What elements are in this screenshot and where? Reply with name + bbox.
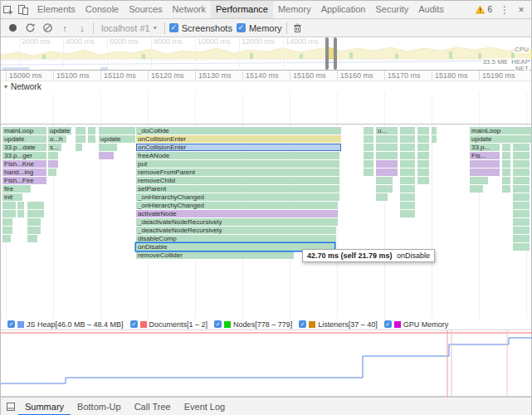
clear-button[interactable]: [41, 22, 54, 35]
flame-block-removeCollider[interactable]: removeCollider: [136, 251, 294, 259]
flame-block[interactable]: [513, 185, 530, 193]
flame-chart[interactable]: mainLoopupdate33.p...date33.p...gerFish.…: [1, 124, 531, 319]
flame-block[interactable]: [48, 168, 56, 176]
drawer-tab-call-tree[interactable]: Call Tree: [128, 398, 178, 415]
flame-block[interactable]: [99, 144, 117, 151]
save-profile-button[interactable]: ↓: [76, 22, 89, 35]
flame-block-o...h[interactable]: o...h: [48, 135, 66, 143]
flame-block[interactable]: [27, 218, 41, 226]
flame-block-update[interactable]: update: [99, 135, 135, 143]
flame-block-Fish...Fire[interactable]: Fish...Fire: [2, 177, 46, 184]
timeline-overview[interactable]: 2000 ms4000 ms6000 ms8000 ms10000 ms1200…: [1, 37, 531, 71]
flame-block-33.p...date[interactable]: 33.p...date: [2, 144, 46, 151]
tab-elements[interactable]: Elements: [32, 1, 81, 18]
memory-checkbox[interactable]: Memory: [237, 23, 282, 33]
tab-network[interactable]: Network: [168, 1, 211, 18]
tab-performance[interactable]: Performance: [211, 1, 273, 18]
flame-block[interactable]: [400, 144, 415, 151]
counter-item[interactable]: Listeners[37 – 40]: [299, 320, 378, 329]
flame-block[interactable]: [76, 135, 85, 143]
tab-application[interactable]: Application: [316, 1, 371, 18]
flame-block[interactable]: [417, 152, 429, 159]
network-section-header[interactable]: ▾ Network: [1, 81, 531, 92]
flame-block-setParent[interactable]: setParent: [136, 185, 339, 193]
flame-block[interactable]: [400, 168, 415, 176]
flame-block[interactable]: [376, 135, 398, 143]
flame-block[interactable]: [400, 135, 415, 143]
flame-block[interactable]: [513, 177, 530, 184]
flame-block-_doCollide[interactable]: _doCollide: [136, 127, 341, 134]
flame-block-onCollisionEnter[interactable]: onCollisionEnter: [136, 135, 341, 143]
flame-block-_onHierarchyChanged[interactable]: _onHierarchyChanged: [136, 202, 338, 209]
flame-block[interactable]: [432, 135, 437, 143]
flame-block[interactable]: [502, 144, 510, 151]
load-profile-button[interactable]: ↑: [58, 22, 71, 35]
flame-block[interactable]: [2, 227, 12, 234]
flame-block[interactable]: [17, 202, 24, 209]
flame-block[interactable]: [417, 144, 429, 151]
flame-block[interactable]: [513, 160, 530, 168]
tab-audits[interactable]: Audits: [413, 1, 449, 18]
selection-handle-right[interactable]: [334, 37, 337, 70]
flame-block[interactable]: [417, 127, 429, 134]
flame-block-init[interactable]: init: [2, 193, 22, 201]
flame-block[interactable]: [513, 243, 530, 251]
screenshots-checkbox[interactable]: Screenshots: [169, 23, 232, 33]
counter-item[interactable]: JS Heap[46.0 MB – 48.4 MB]: [7, 320, 124, 329]
warnings-badge[interactable]: 6: [472, 5, 495, 14]
flame-block[interactable]: [400, 152, 415, 159]
flame-block[interactable]: [17, 210, 24, 217]
flame-block[interactable]: [376, 152, 398, 159]
flame-block[interactable]: [27, 227, 41, 234]
memory-counters-chart[interactable]: [1, 330, 531, 397]
flame-block[interactable]: [376, 193, 388, 201]
flame-block[interactable]: [513, 144, 530, 151]
flame-block[interactable]: [364, 127, 373, 134]
flame-block[interactable]: [502, 152, 510, 159]
tab-security[interactable]: Security: [370, 1, 413, 18]
flame-block[interactable]: [513, 227, 530, 234]
flame-block-activateNode[interactable]: activateNode: [136, 210, 338, 217]
flame-block[interactable]: [417, 177, 429, 184]
flame-block[interactable]: [417, 168, 429, 176]
counter-item[interactable]: Documents[1 – 2]: [130, 320, 208, 329]
flame-block[interactable]: [2, 202, 16, 209]
counter-checkbox[interactable]: [299, 320, 306, 328]
flame-block[interactable]: [400, 202, 415, 209]
flame-block-update[interactable]: update: [48, 127, 71, 134]
flame-block-update[interactable]: update: [470, 135, 531, 143]
flame-block-update[interactable]: update: [2, 135, 46, 143]
flame-block[interactable]: [470, 160, 500, 168]
flame-block-freeANode[interactable]: freeANode: [136, 152, 339, 159]
collect-garbage-button[interactable]: [291, 22, 305, 35]
device-toolbar-button[interactable]: [16, 2, 31, 17]
close-button[interactable]: ×: [514, 2, 529, 17]
flame-block-33.p...[interactable]: 33.p...: [470, 144, 500, 151]
flame-block[interactable]: [48, 152, 58, 159]
counter-item[interactable]: GPU Memory: [384, 320, 449, 329]
flame-block[interactable]: [400, 177, 415, 184]
flame-block[interactable]: [364, 160, 373, 168]
flame-block-removeFromParent[interactable]: removeFromParent: [136, 168, 339, 176]
flame-block-_deactivateNodeRecursively[interactable]: _deactivateNodeRecursively: [136, 218, 338, 226]
flame-block[interactable]: [417, 160, 429, 168]
flame-block[interactable]: [376, 177, 393, 184]
flame-block[interactable]: [513, 235, 530, 242]
flame-block-onCollisionEnter[interactable]: onCollisionEnter: [136, 144, 341, 151]
flame-block[interactable]: [470, 168, 500, 176]
flame-block-disableComp[interactable]: disableComp: [136, 235, 336, 242]
flame-block[interactable]: [513, 193, 530, 201]
flame-block[interactable]: [513, 218, 530, 226]
profile-select[interactable]: localhost #1 ▾: [98, 22, 160, 34]
flame-block-Fis...[interactable]: Fis...: [470, 152, 500, 159]
flame-block[interactable]: [502, 168, 510, 176]
tab-memory[interactable]: Memory: [273, 1, 316, 18]
counter-item[interactable]: Nodes[778 – 779]: [214, 320, 292, 329]
flame-block[interactable]: [99, 152, 114, 159]
flame-block-u...[interactable]: u...: [376, 127, 398, 134]
flame-block[interactable]: [432, 127, 437, 134]
flame-block[interactable]: [400, 193, 415, 201]
flame-block-mainLoop[interactable]: mainLoop: [470, 127, 531, 134]
flame-block[interactable]: [400, 185, 415, 193]
tab-sources[interactable]: Sources: [124, 1, 167, 18]
